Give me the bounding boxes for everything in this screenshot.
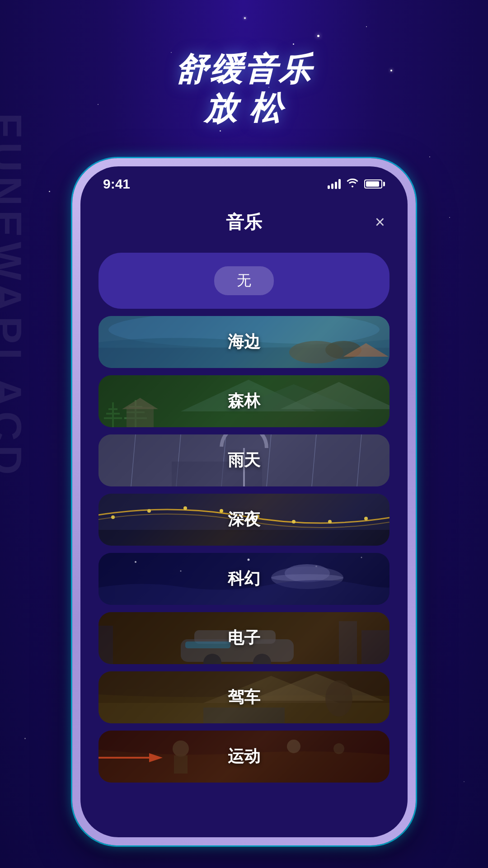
svg-point-30: [248, 559, 250, 561]
music-item-rain[interactable]: 雨天: [99, 434, 389, 486]
header-section: 舒缓音乐 放 松: [0, 0, 488, 128]
svg-point-25: [364, 517, 368, 520]
svg-point-48: [325, 680, 352, 717]
signal-icon: [328, 179, 341, 189]
phone-inner: 9:41: [80, 166, 408, 837]
music-item-beach[interactable]: 海边: [99, 316, 389, 368]
svg-point-19: [147, 509, 151, 513]
svg-point-21: [220, 509, 223, 513]
phone-mockup: 9:41: [72, 158, 416, 845]
driving-label: 驾车: [228, 686, 260, 708]
svg-point-29: [180, 571, 182, 572]
svg-rect-6: [127, 407, 154, 427]
wifi-icon: [346, 178, 359, 190]
app-title: 音乐: [226, 210, 262, 235]
electronic-label: 电子: [228, 627, 260, 649]
svg-rect-41: [185, 642, 230, 648]
night-label: 深夜: [228, 509, 260, 531]
header-line1: 舒缓音乐: [0, 50, 488, 89]
svg-point-18: [111, 515, 115, 519]
notch: [194, 166, 294, 191]
music-item-none[interactable]: 无: [99, 253, 389, 309]
scifi-label: 科幻: [228, 568, 260, 590]
music-none-inner: 无: [214, 266, 274, 295]
status-icons: [328, 178, 385, 190]
music-item-forest[interactable]: 森林: [99, 375, 389, 427]
svg-point-32: [361, 557, 362, 558]
side-watermark: FUNEWAPLACD: [0, 113, 27, 479]
beach-label: 海边: [228, 331, 260, 353]
svg-rect-43: [361, 630, 389, 664]
svg-point-28: [135, 561, 136, 563]
svg-rect-44: [339, 621, 357, 664]
svg-rect-26: [99, 530, 389, 546]
music-none-label: 无: [237, 272, 251, 288]
music-item-driving[interactable]: 驾车: [99, 671, 389, 723]
music-item-electronic[interactable]: 电子: [99, 612, 389, 664]
status-time: 9:41: [103, 176, 130, 192]
battery-icon: [364, 179, 385, 189]
svg-point-54: [333, 743, 344, 754]
svg-rect-42: [99, 626, 113, 664]
app-header: 音乐 ×: [80, 196, 408, 244]
svg-point-23: [292, 520, 296, 524]
music-item-scifi[interactable]: 科幻: [99, 553, 389, 605]
svg-rect-47: [203, 708, 285, 723]
svg-point-20: [183, 506, 187, 510]
music-item-night[interactable]: 深夜: [99, 494, 389, 546]
svg-rect-51: [174, 755, 188, 774]
music-item-sport[interactable]: 运动: [99, 731, 389, 783]
forest-label: 森林: [228, 390, 260, 412]
rain-label: 雨天: [228, 449, 260, 472]
svg-point-24: [328, 520, 332, 524]
svg-point-53: [287, 740, 300, 753]
music-list: 无: [80, 244, 408, 792]
header-title: 舒缓音乐 放 松: [0, 50, 488, 128]
phone-outer: 9:41: [72, 158, 416, 845]
sport-label: 运动: [228, 745, 260, 768]
close-button[interactable]: ×: [375, 212, 385, 232]
svg-point-50: [173, 741, 189, 757]
header-line2: 放 松: [0, 89, 488, 127]
